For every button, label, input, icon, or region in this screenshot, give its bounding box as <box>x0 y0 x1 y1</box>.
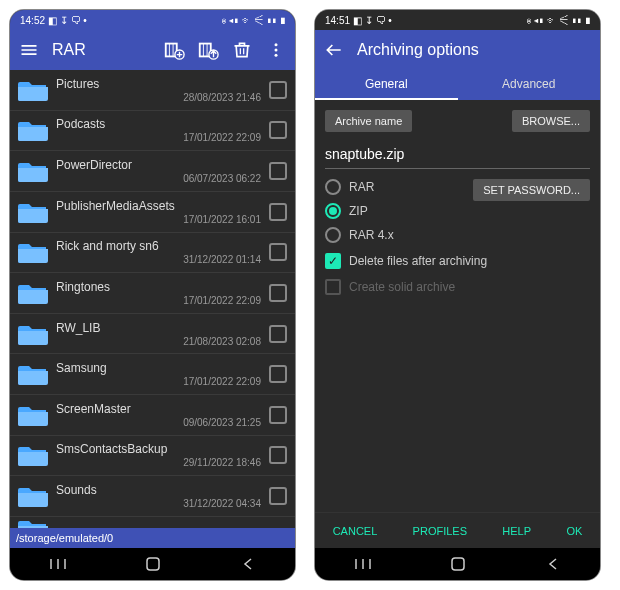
file-info: Pictures28/08/2023 21:46 <box>56 77 261 103</box>
tab-advanced[interactable]: Advanced <box>458 70 601 100</box>
profiles-button[interactable]: PROFILES <box>409 525 471 537</box>
back-arrow-icon[interactable] <box>323 39 345 61</box>
file-date: 21/08/2023 02:08 <box>56 336 261 347</box>
format-rar[interactable]: RAR <box>325 179 394 195</box>
status-icons-right: ⋇ ◀▮ ᯤ ⚟ ▮▮ ∎ <box>526 15 590 26</box>
file-info: ScreenMaster09/06/2023 21:25 <box>56 402 261 428</box>
file-name: Rick and morty sn6 <box>56 239 261 253</box>
status-time: 14:52 <box>20 15 45 26</box>
solid-archive-checkbox: Create solid archive <box>325 279 590 295</box>
archive-name-input[interactable]: snaptube.zip <box>325 142 590 169</box>
file-name: Sounds <box>56 483 261 497</box>
folder-icon <box>18 159 48 183</box>
file-row[interactable]: Podcasts17/01/2022 22:09 <box>10 111 295 152</box>
file-row[interactable]: Rick and morty sn631/12/2022 01:14 <box>10 233 295 274</box>
file-row[interactable]: PowerDirector06/07/2023 06:22 <box>10 151 295 192</box>
file-row[interactable]: SmsContactsBackup29/11/2022 18:46 <box>10 436 295 477</box>
file-info: SmsContactsBackup29/11/2022 18:46 <box>56 442 261 468</box>
folder-icon <box>18 517 48 528</box>
add-archive-icon[interactable] <box>163 39 185 61</box>
help-button[interactable]: HELP <box>498 525 535 537</box>
file-info: PowerDirector06/07/2023 06:22 <box>56 158 261 184</box>
select-checkbox[interactable] <box>269 487 287 505</box>
file-info: Sounds31/12/2022 04:34 <box>56 483 261 509</box>
current-path: /storage/emulated/0 <box>16 532 113 544</box>
file-name: ScreenMaster <box>56 402 261 416</box>
app-bar: Archiving options <box>315 30 600 70</box>
recents-button[interactable] <box>343 558 383 570</box>
file-row[interactable]: RW_LIB21/08/2023 02:08 <box>10 314 295 355</box>
folder-icon <box>18 118 48 142</box>
file-row[interactable]: Pictures28/08/2023 21:46 <box>10 70 295 111</box>
file-date: 09/06/2023 21:25 <box>56 417 261 428</box>
svg-rect-8 <box>452 558 464 570</box>
folder-icon <box>18 484 48 508</box>
file-name: RW_LIB <box>56 321 261 335</box>
radio-label: ZIP <box>349 204 368 218</box>
file-row[interactable]: Ringtones17/01/2022 22:09 <box>10 273 295 314</box>
tab-general[interactable]: General <box>315 70 458 100</box>
radio-label: RAR <box>349 180 374 194</box>
cancel-button[interactable]: CANCEL <box>329 525 382 537</box>
dialog-actions: CANCEL PROFILES HELP OK <box>315 512 600 548</box>
home-button[interactable] <box>133 556 173 572</box>
select-checkbox[interactable] <box>269 325 287 343</box>
delete-after-checkbox[interactable]: ✓ Delete files after archiving <box>325 253 590 269</box>
delete-icon[interactable] <box>231 39 253 61</box>
svg-point-4 <box>275 43 278 46</box>
menu-icon[interactable] <box>18 39 40 61</box>
overflow-icon[interactable] <box>265 39 287 61</box>
file-date: 17/01/2022 22:09 <box>56 132 261 143</box>
select-checkbox[interactable] <box>269 243 287 261</box>
file-row[interactable]: Samsung17/01/2022 22:09 <box>10 354 295 395</box>
status-icons-left: ◧ ↧ 🗨 • <box>353 15 392 26</box>
file-name: PowerDirector <box>56 158 261 172</box>
status-time: 14:51 <box>325 15 350 26</box>
checkbox-label: Delete files after archiving <box>349 254 487 268</box>
back-button[interactable] <box>228 557 268 571</box>
select-checkbox[interactable] <box>269 203 287 221</box>
svg-rect-7 <box>147 558 159 570</box>
path-bar[interactable]: /storage/emulated/0 <box>10 528 295 548</box>
select-checkbox[interactable] <box>269 81 287 99</box>
folder-icon <box>18 200 48 224</box>
select-checkbox[interactable] <box>269 162 287 180</box>
folder-icon <box>18 322 48 346</box>
back-button[interactable] <box>533 557 573 571</box>
select-checkbox[interactable] <box>269 406 287 424</box>
select-checkbox[interactable] <box>269 284 287 302</box>
file-date: 31/12/2022 04:34 <box>56 498 261 509</box>
file-info: PublisherMediaAssets17/01/2022 16:01 <box>56 199 261 225</box>
android-nav-bar <box>10 548 295 580</box>
file-row[interactable]: Sounds31/12/2022 04:34 <box>10 476 295 517</box>
folder-icon <box>18 443 48 467</box>
recents-button[interactable] <box>38 558 78 570</box>
format-zip[interactable]: ZIP <box>325 203 394 219</box>
file-row-partial[interactable] <box>10 517 295 528</box>
status-bar: 14:51 ◧ ↧ 🗨 • ⋇ ◀▮ ᯤ ⚟ ▮▮ ∎ <box>315 10 600 30</box>
file-row[interactable]: ScreenMaster09/06/2023 21:25 <box>10 395 295 436</box>
select-checkbox[interactable] <box>269 446 287 464</box>
select-checkbox[interactable] <box>269 121 287 139</box>
file-info: Rick and morty sn631/12/2022 01:14 <box>56 239 261 265</box>
home-button[interactable] <box>438 556 478 572</box>
file-name: Ringtones <box>56 280 261 294</box>
browse-button[interactable]: BROWSE... <box>512 110 590 132</box>
status-bar: 14:52 ◧ ↧ 🗨 • ⋇ ◀▮ ᯤ ⚟ ▮▮ ∎ <box>10 10 295 30</box>
svg-point-5 <box>275 49 278 52</box>
extract-archive-icon[interactable] <box>197 39 219 61</box>
file-date: 06/07/2023 06:22 <box>56 173 261 184</box>
select-checkbox[interactable] <box>269 365 287 383</box>
format-rar4x[interactable]: RAR 4.x <box>325 227 394 243</box>
format-radio-group: RAR ZIP RAR 4.x <box>325 179 394 243</box>
file-row[interactable]: PublisherMediaAssets17/01/2022 16:01 <box>10 192 295 233</box>
file-date: 17/01/2022 22:09 <box>56 295 261 306</box>
file-name: PublisherMediaAssets <box>56 199 261 213</box>
radio-icon <box>325 203 341 219</box>
ok-button[interactable]: OK <box>562 525 586 537</box>
file-list[interactable]: Pictures28/08/2023 21:46Podcasts17/01/20… <box>10 70 295 528</box>
screen-title: Archiving options <box>357 41 479 59</box>
archive-name-label: Archive name <box>325 110 412 132</box>
set-password-button[interactable]: SET PASSWORD... <box>473 179 590 201</box>
file-date: 17/01/2022 16:01 <box>56 214 261 225</box>
